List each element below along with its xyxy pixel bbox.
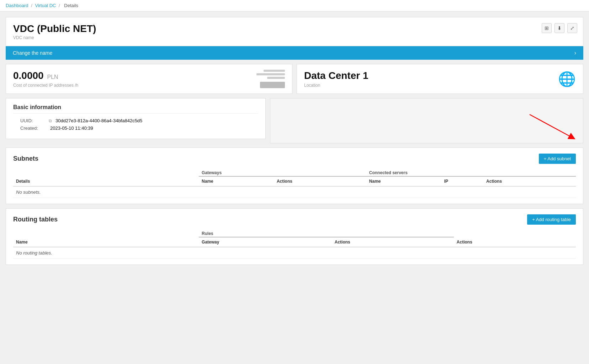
add-subnet-button[interactable]: + Add subnet	[539, 154, 576, 164]
subnets-table: Gateways Connected servers Details Name …	[13, 168, 576, 198]
connected-servers-group-header: Connected servers	[366, 168, 576, 176]
chevron-icon: ›	[574, 50, 576, 56]
routing-sub-header-row: Name Gateway Actions Actions	[13, 237, 576, 247]
download-icon[interactable]: ⬇	[554, 23, 564, 33]
col-routing-gateway: Gateway	[199, 237, 332, 247]
cost-bar	[260, 82, 285, 88]
routing-tables-body: No routing tables.	[13, 247, 576, 259]
globe-icon: 🌐	[558, 71, 576, 87]
created-field: Created: 2023-05-10 11:40:39	[20, 125, 258, 131]
uuid-field: UUID: ⧉ 30dd27e3-812a-4400-86a4-34bfa842…	[20, 118, 258, 123]
subnets-empty-row: No subnets.	[13, 186, 576, 198]
datacenter-card: Data Center 1 Location 🌐	[297, 64, 583, 94]
basic-info-card: Basic information UUID: ⧉ 30dd27e3-812a-…	[6, 98, 266, 139]
page-header-card: VDC (Public NET) VDC name ⊞ ⬇ ⤢	[6, 17, 583, 46]
basic-info-title: Basic information	[13, 104, 258, 114]
col-gateway-name: Name	[199, 176, 274, 186]
col-routing-name: Name	[13, 237, 199, 247]
routing-tables-empty-message: No routing tables.	[13, 247, 576, 259]
cost-unit: PLN	[47, 74, 58, 80]
subnets-header: Subnets + Add subnet	[13, 154, 576, 164]
uuid-label: UUID:	[20, 118, 49, 123]
page-subtitle: VDC name	[13, 35, 576, 40]
basic-info-list: UUID: ⧉ 30dd27e3-812a-4400-86a4-34bfa842…	[13, 118, 258, 131]
datacenter-label: Location	[304, 83, 576, 88]
subnets-group-header-row: Gateways Connected servers	[13, 168, 576, 176]
routing-tables-header: Routing tables + Add routing table	[13, 214, 576, 225]
breadcrumb-current: Details	[64, 3, 78, 8]
routing-name-empty	[13, 229, 199, 237]
routing-tables-section: Routing tables + Add routing table Rules…	[6, 208, 583, 265]
annotation-arrow	[512, 107, 583, 143]
col-gateway-actions: Actions	[274, 176, 366, 186]
cost-card: 0.0000 PLN Cost of connected IP addresse…	[6, 64, 292, 94]
datacenter-panel	[270, 98, 583, 143]
expand-icon[interactable]: ⤢	[567, 23, 577, 33]
routing-tables-table: Rules Name Gateway Actions Actions No ro…	[13, 229, 576, 259]
created-label: Created:	[20, 125, 49, 131]
copy-uuid-icon[interactable]: ⧉	[49, 118, 52, 123]
subnets-title: Subnets	[13, 155, 38, 162]
col-server-ip: IP	[441, 176, 483, 186]
svg-line-0	[530, 114, 572, 138]
cost-amount: 0.0000	[13, 70, 44, 81]
breadcrumb-sep-1: /	[31, 3, 33, 8]
rules-group-header: Rules	[199, 229, 454, 237]
add-routing-table-button[interactable]: + Add routing table	[527, 214, 576, 225]
created-value: 2023-05-10 11:40:39	[50, 125, 93, 131]
breadcrumb-sep-2: /	[59, 3, 61, 8]
subnets-empty-message: No subnets.	[13, 186, 576, 198]
subnets-body: No subnets.	[13, 186, 576, 198]
col-routing-actions: Actions	[454, 237, 576, 247]
header-icons: ⊞ ⬇ ⤢	[542, 23, 577, 33]
change-name-label: Change the name	[13, 50, 52, 56]
breadcrumb-virtual-dc[interactable]: Virtual DC	[35, 3, 56, 8]
grid-icon[interactable]: ⊞	[542, 23, 552, 33]
cost-line-2	[256, 73, 285, 75]
cost-line-3	[267, 77, 285, 79]
col-server-actions: Actions	[483, 176, 576, 186]
breadcrumb: Dashboard / Virtual DC / Details	[0, 0, 589, 11]
routing-tables-empty-row: No routing tables.	[13, 247, 576, 259]
routing-actions-empty	[454, 229, 576, 237]
col-server-name: Name	[366, 176, 441, 186]
col-rule-actions: Actions	[332, 237, 454, 247]
split-row: Basic information UUID: ⧉ 30dd27e3-812a-…	[6, 98, 583, 143]
cost-line-1	[264, 70, 285, 72]
routing-group-header-row: Rules	[13, 229, 576, 237]
datacenter-name: Data Center 1	[304, 70, 368, 81]
cost-icon-area	[256, 70, 285, 88]
cost-description: Cost of connected IP addresses /h	[13, 83, 285, 88]
details-group-empty	[13, 168, 199, 176]
page-title: VDC (Public NET)	[13, 23, 576, 34]
gateways-group-header: Gateways	[199, 168, 366, 176]
uuid-value: 30dd27e3-812a-4400-86a4-34bfa842c5d5	[55, 118, 142, 123]
breadcrumb-dashboard[interactable]: Dashboard	[6, 3, 28, 8]
col-details: Details	[13, 176, 199, 186]
info-row: 0.0000 PLN Cost of connected IP addresse…	[6, 64, 583, 94]
routing-tables-title: Routing tables	[13, 216, 58, 223]
subnets-sub-header-row: Details Name Actions Name IP Actions	[13, 176, 576, 186]
subnets-section: Subnets + Add subnet Gateways Connected …	[6, 148, 583, 204]
change-name-banner[interactable]: Change the name ›	[6, 46, 583, 60]
